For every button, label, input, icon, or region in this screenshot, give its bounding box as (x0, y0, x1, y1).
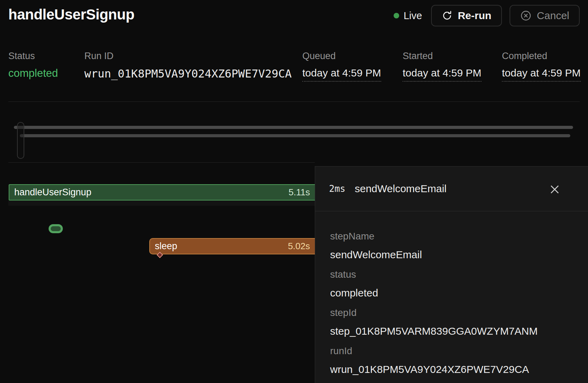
step-pill-sendWelcomeEmail[interactable] (49, 224, 63, 233)
meta-queued: Queued today at 4:59 PM (302, 51, 381, 82)
started-value: today at 4:59 PM (403, 67, 481, 82)
meta-completed: Completed today at 4:59 PM (502, 51, 581, 82)
cancel-circle-x-icon (520, 10, 532, 22)
cancel-button-label: Cancel (537, 10, 569, 22)
field-label: stepId (330, 307, 588, 318)
span-name: sleep (155, 241, 177, 252)
field-label: stepName (330, 231, 588, 242)
page-title: handleUserSignup (8, 6, 134, 23)
completed-label: Completed (502, 51, 581, 62)
field-value: sendWelcomeEmail (330, 249, 588, 261)
minimap-bar-sleep (20, 134, 570, 137)
top-actions: Live Re-run Cancel (394, 5, 580, 26)
span-bar-handleUserSignup[interactable]: handleUserSignup 5.11s (9, 184, 315, 201)
cancel-button[interactable]: Cancel (510, 5, 580, 26)
step-title: sendWelcomeEmail (355, 183, 447, 195)
queued-label: Queued (302, 51, 381, 62)
step-detail-panel: 2ms sendWelcomeEmail stepName sendWelcom… (315, 166, 588, 383)
timeline-scrubber[interactable] (0, 104, 588, 162)
meta-run-id: Run ID wrun_01K8PM5VA9Y024XZ6PWE7V29CA (84, 51, 292, 80)
field-runId: runId wrun_01K8PM5VA9Y024XZ6PWE7V29CA (330, 345, 588, 375)
field-value: wrun_01K8PM5VA9Y024XZ6PWE7V29CA (330, 364, 588, 375)
field-label: runId (330, 345, 588, 357)
live-indicator: Live (394, 10, 422, 22)
span-duration: 5.02s (288, 241, 310, 252)
refresh-icon (442, 10, 453, 21)
rerun-button-label: Re-run (458, 10, 492, 22)
run-id-value: wrun_01K8PM5VA9Y024XZ6PWE7V29CA (84, 67, 292, 80)
status-value: completed (8, 67, 58, 80)
workflow-run-detail-page: handleUserSignup Live Re-run Cancel (0, 0, 588, 383)
close-panel-button[interactable] (548, 183, 561, 196)
status-label: Status (8, 51, 58, 62)
field-value: completed (330, 287, 588, 299)
span-bar-sleep[interactable]: sleep 5.02s (149, 238, 315, 254)
scrubber-handle[interactable] (17, 122, 24, 159)
meta-started: Started today at 4:59 PM (403, 51, 481, 82)
span-duration: 5.11s (288, 187, 310, 198)
completed-value: today at 4:59 PM (502, 67, 581, 82)
row-strip (8, 201, 315, 206)
minimap-bar-root (14, 126, 573, 129)
started-label: Started (403, 51, 481, 62)
meta-status: Status completed (8, 51, 58, 80)
queued-value: today at 4:59 PM (302, 67, 381, 82)
divider (8, 101, 580, 102)
step-detail-fields: stepName sendWelcomeEmail status complet… (315, 211, 588, 375)
step-duration: 2ms (329, 184, 345, 194)
field-stepId: stepId step_01K8PM5VARM839GGA0WZYM7ANM (330, 307, 588, 337)
field-status: status completed (330, 269, 588, 299)
live-label: Live (404, 10, 422, 22)
trace-waterfall: handleUserSignup 5.11s sleep 5.02s (0, 162, 315, 383)
field-stepName: stepName sendWelcomeEmail (330, 231, 588, 261)
span-name: handleUserSignup (14, 187, 91, 198)
live-dot-icon (394, 13, 399, 18)
field-value: step_01K8PM5VARM839GGA0WZYM7ANM (330, 325, 588, 337)
run-id-label: Run ID (84, 51, 292, 62)
rerun-button[interactable]: Re-run (431, 5, 502, 26)
step-detail-header: 2ms sendWelcomeEmail (315, 166, 588, 211)
field-label: status (330, 269, 588, 280)
close-icon (548, 192, 561, 197)
